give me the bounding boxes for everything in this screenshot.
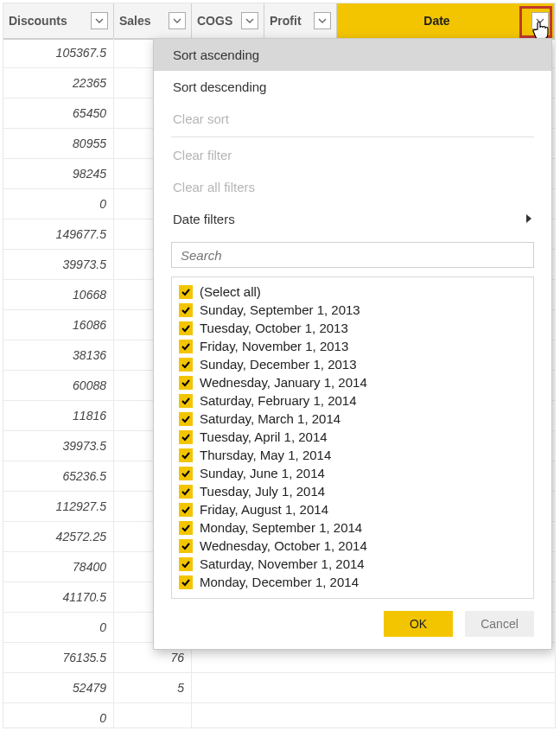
cell-discounts: 10668 [3, 280, 114, 309]
cell-discounts: 39973.5 [3, 250, 114, 279]
list-item[interactable]: Sunday, June 1, 2014 [179, 464, 526, 482]
filter-button-date[interactable] [531, 12, 549, 29]
checkbox-checked-icon[interactable] [179, 575, 193, 589]
menu-date-filters[interactable]: Date filters [154, 203, 551, 235]
cell-discounts: 80955 [3, 129, 114, 158]
list-item-label: Tuesday, October 1, 2013 [200, 321, 348, 335]
cancel-button[interactable]: Cancel [465, 611, 534, 637]
list-item-label: Friday, August 1, 2014 [200, 502, 328, 517]
list-item-label: Saturday, February 1, 2014 [200, 393, 357, 408]
checkbox-checked-icon[interactable] [179, 340, 193, 353]
cell-discounts: 52479 [3, 673, 114, 702]
search-input[interactable] [171, 242, 534, 268]
cell-discounts: 149677.5 [3, 219, 114, 249]
filter-button-cogs[interactable] [241, 12, 258, 29]
filter-button-sales[interactable] [169, 12, 186, 29]
cell-discounts: 41170.5 [3, 582, 114, 612]
dialog-buttons: OK Cancel [154, 611, 551, 637]
list-item-label: Tuesday, July 1, 2014 [200, 484, 325, 499]
menu-clear-filter: Clear filter [154, 139, 551, 171]
checkbox-checked-icon[interactable] [179, 539, 193, 553]
checkbox-checked-icon[interactable] [179, 485, 193, 499]
checkbox-checked-icon[interactable] [179, 321, 193, 335]
checkbox-checked-icon[interactable] [179, 412, 193, 426]
list-item[interactable]: Thursday, May 1, 2014 [179, 446, 526, 464]
list-item[interactable]: Saturday, November 1, 2014 [179, 555, 526, 573]
header-cogs[interactable]: COGS [192, 3, 264, 38]
cell-discounts: 105367.5 [3, 38, 114, 67]
menu-sort-ascending[interactable]: Sort ascending [154, 39, 551, 71]
list-item-label: Sunday, June 1, 2014 [200, 466, 325, 480]
list-item[interactable]: Wednesday, October 1, 2014 [179, 537, 526, 555]
list-item[interactable]: Monday, September 1, 2014 [179, 518, 526, 537]
ok-button[interactable]: OK [384, 611, 453, 637]
cell-discounts: 39973.5 [3, 431, 114, 461]
chevron-right-icon [525, 212, 532, 226]
menu-item-label: Clear all filters [173, 180, 255, 194]
list-item-label: Sunday, December 1, 2013 [200, 357, 357, 372]
list-item-label: (Select all) [200, 284, 261, 299]
list-item[interactable]: Sunday, September 1, 2013 [179, 301, 526, 319]
list-item-label: Sunday, September 1, 2013 [200, 302, 360, 317]
header-profit[interactable]: Profit [264, 3, 337, 38]
list-item-select-all[interactable]: (Select all) [179, 283, 526, 301]
cell-discounts: 0 [3, 703, 114, 728]
list-item-label: Monday, December 1, 2014 [200, 575, 359, 589]
header-label: Discounts [9, 14, 91, 28]
menu-clear-all-filters: Clear all filters [154, 171, 551, 203]
checkbox-checked-icon[interactable] [179, 467, 193, 480]
menu-sort-descending[interactable]: Sort descending [154, 71, 551, 103]
menu-item-label: Sort ascending [173, 48, 259, 62]
cell-discounts: 65450 [3, 99, 114, 128]
filter-button-profit[interactable] [314, 12, 331, 29]
header-label: Profit [270, 14, 314, 28]
list-item-label: Saturday, March 1, 2014 [200, 411, 340, 426]
cell-discounts: 11816 [3, 401, 114, 430]
menu-separator [171, 137, 534, 137]
cell-discounts: 0 [3, 189, 114, 219]
list-item[interactable]: Wednesday, January 1, 2014 [179, 373, 526, 391]
list-item[interactable]: Tuesday, April 1, 2014 [179, 428, 526, 446]
header-label: Sales [119, 14, 169, 28]
cell-discounts: 38136 [3, 340, 114, 370]
list-item-label: Tuesday, April 1, 2014 [200, 429, 328, 444]
table-row[interactable]: 524795 [3, 673, 555, 703]
table-row[interactable]: 0 [3, 703, 555, 728]
list-item[interactable]: Saturday, February 1, 2014 [179, 391, 526, 410]
checkbox-checked-icon[interactable] [179, 430, 193, 444]
list-item[interactable]: Monday, December 1, 2014 [179, 573, 526, 591]
header-date[interactable]: Date [337, 3, 555, 38]
cell-discounts: 65236.5 [3, 461, 114, 491]
checkbox-checked-icon[interactable] [179, 557, 193, 571]
header-sales[interactable]: Sales [114, 3, 192, 38]
values-list[interactable]: (Select all)Sunday, September 1, 2013Tue… [171, 277, 534, 599]
cell-discounts: 76135.5 [3, 643, 114, 672]
list-item[interactable]: Friday, November 1, 2013 [179, 337, 526, 355]
cell-discounts: 42572.25 [3, 522, 114, 551]
checkbox-checked-icon[interactable] [179, 521, 193, 535]
list-item-label: Monday, September 1, 2014 [200, 520, 362, 535]
header-discounts[interactable]: Discounts [3, 3, 114, 38]
checkbox-checked-icon[interactable] [179, 448, 193, 462]
list-item[interactable]: Tuesday, July 1, 2014 [179, 482, 526, 500]
checkbox-checked-icon[interactable] [179, 285, 193, 299]
cell-discounts: 78400 [3, 552, 114, 582]
cell-sales: 5 [114, 673, 192, 702]
list-item[interactable]: Saturday, March 1, 2014 [179, 410, 526, 428]
checkbox-checked-icon[interactable] [179, 376, 193, 390]
menu-item-label: Clear filter [173, 148, 232, 162]
list-item[interactable]: Tuesday, October 1, 2013 [179, 319, 526, 337]
checkbox-checked-icon[interactable] [179, 358, 193, 372]
cell-discounts: 0 [3, 613, 114, 642]
checkbox-checked-icon[interactable] [179, 503, 193, 517]
list-item-label: Friday, November 1, 2013 [200, 339, 348, 353]
list-item-label: Wednesday, January 1, 2014 [200, 375, 367, 390]
checkbox-checked-icon[interactable] [179, 303, 193, 317]
filter-button-discounts[interactable] [91, 12, 108, 29]
list-item-label: Thursday, May 1, 2014 [200, 448, 331, 462]
column-headers: Discounts Sales COGS Profit Date [3, 3, 555, 40]
list-item[interactable]: Friday, August 1, 2014 [179, 500, 526, 518]
checkbox-checked-icon[interactable] [179, 394, 193, 408]
menu-item-label: Clear sort [173, 111, 229, 126]
list-item[interactable]: Sunday, December 1, 2013 [179, 355, 526, 373]
